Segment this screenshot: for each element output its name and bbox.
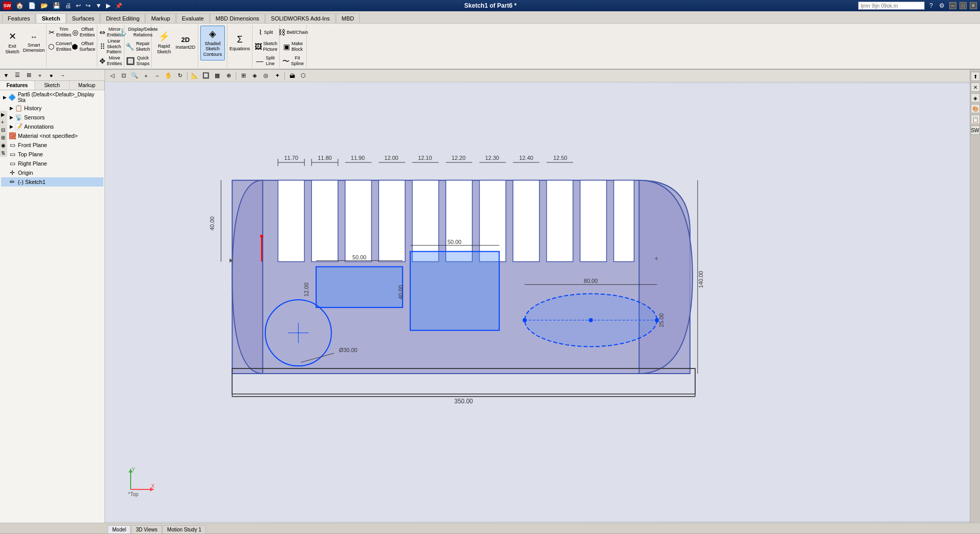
view-display4[interactable]: ⊕	[223, 71, 234, 80]
trim-entities-button[interactable]: ✂ Trim Entities	[49, 26, 71, 39]
tab-mbd[interactable]: MBD	[336, 13, 360, 23]
belt-chain-button[interactable]: ⛓ Belt/Chain	[282, 26, 304, 39]
qa-new[interactable]: 📄	[27, 2, 37, 10]
tree-item-right-plane[interactable]: ▭ Right Plane	[1, 159, 103, 168]
tab-mbd-dimensions[interactable]: MBD Dimensions	[210, 13, 265, 23]
linear-sketch-button[interactable]: ⠿ Linear Sketch Pattern	[99, 40, 122, 53]
arrow-icon[interactable]: →	[57, 71, 68, 80]
lp-drag-icon[interactable]: ⇅	[1, 150, 6, 156]
qa-save[interactable]: 💾	[51, 2, 62, 10]
qa-redo[interactable]: ↪	[84, 2, 92, 10]
annotations-toggle[interactable]: ▶	[8, 124, 14, 130]
filter-icon[interactable]: ▼	[1, 71, 11, 80]
display-delete-button[interactable]: ⚓ Display/Delete Relations	[127, 26, 149, 39]
help-btn[interactable]: ?	[928, 2, 934, 10]
qa-dropdown[interactable]: ▼	[94, 2, 103, 10]
repair-sketch-button[interactable]: 🔧 Repair Sketch	[127, 40, 149, 53]
view-display2[interactable]: 🔲	[201, 71, 211, 80]
tree-item-material[interactable]: 🧱 Material <not specified>	[1, 131, 103, 140]
split-button[interactable]: ⌇ Split	[255, 26, 277, 39]
tree-view-icon[interactable]: ⊞	[24, 71, 34, 80]
lp-grid-icon[interactable]: ⊞	[1, 135, 6, 140]
view-pan[interactable]: ✋	[163, 71, 174, 80]
canvas-area[interactable]: ◁ ⊡ 🔍 + − ✋ ↻ 📐 🔲 ▦ ⊕ ⊞ ◈ ◎ ✦ 🏔 ⬡	[105, 70, 970, 523]
view-more2[interactable]: ⬡	[298, 71, 308, 80]
view-tab-3dviews[interactable]: 3D Views	[131, 525, 162, 533]
equations-button[interactable]: Σ Equations	[230, 26, 250, 60]
view-display3[interactable]: ▦	[212, 71, 222, 80]
lp-layers-icon[interactable]: ⊟	[1, 127, 6, 133]
qa-home[interactable]: 🏠	[14, 2, 25, 10]
lp-plus-icon[interactable]: +	[1, 119, 6, 125]
tab-markup[interactable]: Markup	[145, 13, 176, 23]
tree-item-annotations[interactable]: ▶ 📝 Annotations	[1, 122, 103, 131]
view-arrow-left[interactable]: ◁	[107, 71, 117, 80]
qa-print[interactable]: 🖨	[64, 2, 73, 10]
qa-open[interactable]: 📂	[39, 2, 50, 10]
sidebar-tab-features[interactable]: Features	[0, 81, 35, 90]
offset-surface-button[interactable]: ⬢ Offset Surface	[72, 40, 95, 53]
tree-item-sketch1[interactable]: ✏ (-) Sketch1	[1, 177, 103, 187]
view-tab-motion[interactable]: Motion Study 1	[162, 525, 206, 533]
add-item-icon[interactable]: +	[35, 71, 45, 80]
tab-features[interactable]: Features	[2, 13, 35, 23]
sidebar-tab-markup[interactable]: Markup	[70, 81, 105, 90]
sidebar-tab-sketch[interactable]: Sketch	[35, 81, 70, 90]
make-block-button[interactable]: ▣ Make Block	[282, 40, 304, 53]
lp-circle-icon[interactable]: ◉	[1, 142, 6, 148]
tree-item-history[interactable]: ▶ 📋 History	[1, 104, 103, 113]
view-options2[interactable]: ◈	[249, 71, 260, 80]
qa-more[interactable]: ▶	[105, 2, 112, 10]
tab-direct-editing[interactable]: Direct Editing	[100, 13, 145, 23]
view-zoom-fit[interactable]: ⊡	[118, 71, 129, 80]
search-input[interactable]	[858, 2, 925, 10]
sketch-canvas[interactable]: 11.70 11.80 11.90 12.00 12.10 12.20 12.3…	[105, 82, 970, 523]
tab-surfaces[interactable]: Surfaces	[67, 13, 100, 23]
history-toggle[interactable]: ▶	[8, 105, 14, 111]
rp-icon3[interactable]: ◈	[971, 93, 980, 102]
tree-item-front-plane[interactable]: ▭ Front Plane	[1, 140, 103, 150]
view-options3[interactable]: ◎	[261, 71, 271, 80]
tab-solidworks-addins[interactable]: SOLIDWORKS Add-Ins	[265, 13, 336, 23]
convert-entities-button[interactable]: ⬡ Convert Entities	[49, 40, 71, 53]
view-display1[interactable]: 📐	[190, 71, 200, 80]
tree-item-sensors[interactable]: ▶ 📡 Sensors	[1, 113, 103, 122]
view-options1[interactable]: ⊞	[238, 71, 248, 80]
sketch-picture-button[interactable]: 🖼 Sketch Picture	[255, 40, 277, 53]
move-entities-button[interactable]: ✥ Move Entities	[99, 54, 122, 68]
circle-icon[interactable]: ●	[46, 71, 56, 80]
offset-entities-button[interactable]: ◎ Offset Entities	[72, 26, 95, 39]
options-btn[interactable]: ⚙	[937, 2, 946, 10]
tree-item-top-plane[interactable]: ▭ Top Plane	[1, 150, 103, 159]
minimize-btn[interactable]: ─	[949, 2, 956, 9]
fit-spline-button[interactable]: 〜 Fit Spline	[282, 54, 304, 68]
tree-item-origin[interactable]: ✛ Origin	[1, 168, 103, 177]
rp-icon2[interactable]: ✕	[971, 83, 980, 92]
instant2d-button[interactable]: 2D Instant2D	[175, 26, 196, 60]
view-rotate[interactable]: ↻	[175, 71, 185, 80]
view-more1[interactable]: 🏔	[287, 71, 297, 80]
sensors-toggle[interactable]: ▶	[8, 114, 14, 120]
view-tab-model[interactable]: Model	[108, 525, 131, 533]
view-options4[interactable]: ✦	[272, 71, 282, 80]
tab-evaluate[interactable]: Evaluate	[176, 13, 210, 23]
view-zoom-area[interactable]: 🔍	[130, 71, 140, 80]
close-btn[interactable]: ✕	[970, 2, 977, 9]
rp-icon1[interactable]: ⬆	[971, 72, 980, 81]
rp-icon6[interactable]: SW	[971, 126, 980, 135]
rapid-sketch-button[interactable]: ⚡ Rapid Sketch	[154, 26, 174, 60]
rp-icon5[interactable]: 📋	[971, 115, 980, 124]
exit-sketch-button[interactable]: ✕ Exit Sketch	[2, 26, 23, 60]
tab-sketch[interactable]: Sketch	[36, 13, 66, 23]
split-line-button[interactable]: — Split Line	[255, 54, 277, 68]
view-zoom-in[interactable]: +	[141, 71, 151, 80]
restore-btn[interactable]: □	[960, 2, 967, 9]
rp-icon4[interactable]: 🎨	[971, 104, 980, 113]
qa-undo[interactable]: ↩	[74, 2, 82, 10]
root-toggle[interactable]: ▶	[2, 94, 8, 100]
shaded-sketch-contours-button[interactable]: ◈ Shaded Sketch Contours	[200, 26, 225, 60]
list-view-icon[interactable]: ☰	[12, 71, 23, 80]
lp-arrow-icon[interactable]: ▶	[1, 112, 6, 117]
smart-dimension-button[interactable]: ↔ Smart Dimension	[24, 26, 44, 60]
tree-root[interactable]: ▶ 🔷 Part6 (Default<<Default>_Display Sta	[1, 91, 103, 104]
